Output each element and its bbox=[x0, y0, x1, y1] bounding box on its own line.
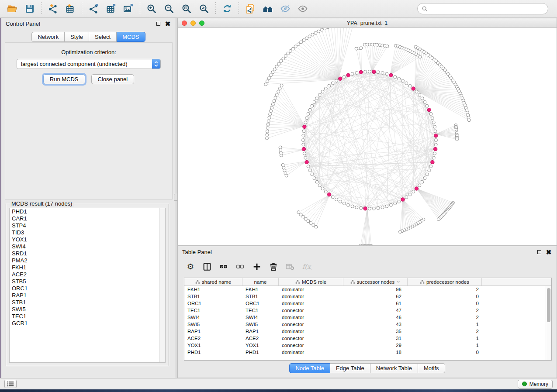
table-row[interactable]: TEC1TEC1connector472 bbox=[184, 307, 551, 314]
run-mcds-button[interactable]: Run MCDS bbox=[43, 74, 85, 84]
zoom-in-button[interactable] bbox=[143, 1, 160, 16]
window-minimize-icon[interactable] bbox=[190, 21, 196, 26]
zoom-selected-icon bbox=[199, 3, 209, 14]
clone-network-button[interactable] bbox=[242, 1, 259, 16]
export-table-button[interactable] bbox=[102, 1, 120, 16]
mcds-node-item[interactable]: GCR1 bbox=[10, 320, 165, 327]
zoom-out-button[interactable] bbox=[160, 1, 178, 16]
mcds-node-item[interactable]: FKH1 bbox=[10, 264, 165, 271]
select-all-checkboxes-button[interactable] bbox=[216, 260, 231, 273]
settings-icon: ⚙ bbox=[186, 262, 195, 272]
mcds-node-item[interactable]: ORC1 bbox=[10, 285, 165, 292]
settings-button[interactable]: ⚙ bbox=[183, 260, 198, 273]
column-header-successor-nodes[interactable]: successor nodes bbox=[343, 278, 408, 285]
tab-select[interactable]: Select bbox=[89, 32, 117, 42]
import-table-button[interactable] bbox=[62, 1, 79, 16]
tab-style[interactable]: Style bbox=[65, 32, 89, 42]
open-file-button[interactable] bbox=[3, 1, 21, 16]
memory-button[interactable]: Memory bbox=[518, 380, 553, 389]
window-maximize-icon[interactable] bbox=[199, 21, 204, 26]
mcds-node-item[interactable]: ACE2 bbox=[10, 271, 165, 278]
delete-table-icon bbox=[285, 262, 295, 272]
mcds-node-item[interactable]: STP4 bbox=[10, 222, 165, 229]
export-network-button[interactable] bbox=[85, 1, 102, 16]
table-float-button[interactable] bbox=[536, 248, 543, 255]
search-icon bbox=[422, 6, 428, 12]
tab-edge-table[interactable]: Edge Table bbox=[330, 363, 370, 373]
network-canvas[interactable] bbox=[178, 28, 557, 245]
column-header-predecessor-nodes[interactable]: predecessor nodes bbox=[408, 278, 482, 285]
first-neighbors-button[interactable] bbox=[259, 1, 277, 16]
network-view-window: YPA_prune.txt_1 bbox=[177, 18, 557, 246]
add-column-button[interactable] bbox=[249, 260, 264, 273]
hide-selected-button[interactable] bbox=[277, 1, 294, 16]
optimization-criterion-select[interactable]: largest connected component (undirected) bbox=[17, 59, 161, 69]
columns-view-button[interactable] bbox=[200, 260, 214, 273]
close-panel-button[interactable]: ✖ bbox=[164, 20, 171, 27]
table-scrollbar[interactable] bbox=[546, 286, 551, 360]
mcds-node-item[interactable]: TID3 bbox=[10, 229, 165, 236]
mcds-node-item[interactable]: CAR1 bbox=[10, 215, 165, 222]
table-row[interactable]: FKH1FKH1dominator962 bbox=[184, 286, 551, 293]
tab-node-table[interactable]: Node Table bbox=[289, 363, 330, 373]
select-stepper-icon bbox=[152, 59, 160, 69]
export-image-button[interactable] bbox=[120, 1, 137, 16]
table-row[interactable]: SWI5SWI5connector431 bbox=[184, 321, 551, 328]
search-input[interactable] bbox=[431, 6, 544, 12]
deselect-all-checkboxes-button[interactable] bbox=[233, 260, 248, 273]
column-header-shared-name[interactable]: shared name bbox=[184, 278, 242, 285]
mcds-node-item[interactable]: TEC1 bbox=[10, 313, 165, 320]
table-panel: Table Panel ✖ ⚙f(x) shared namenameMCDS … bbox=[177, 246, 557, 378]
tab-mcds[interactable]: MCDS bbox=[117, 32, 145, 42]
import-network-icon bbox=[48, 3, 58, 14]
table-row[interactable]: ACE2ACE2connector311 bbox=[184, 335, 551, 342]
mcds-node-item[interactable]: SRD1 bbox=[10, 250, 165, 257]
table-row[interactable]: STB1STB1dominator620 bbox=[184, 293, 551, 300]
task-history-button[interactable] bbox=[4, 380, 17, 388]
tab-motifs[interactable]: Motifs bbox=[418, 363, 445, 373]
svg-text:⚙: ⚙ bbox=[187, 262, 194, 271]
tab-network-table[interactable]: Network Table bbox=[370, 363, 418, 373]
network-column-icon bbox=[420, 279, 425, 284]
import-network-button[interactable] bbox=[44, 1, 62, 16]
network-column-icon bbox=[295, 279, 300, 284]
mcds-node-item[interactable]: STB1 bbox=[10, 299, 165, 306]
toolbar-separator bbox=[140, 2, 140, 15]
zoom-in-icon bbox=[146, 3, 157, 14]
table-row[interactable]: SWI4SWI4dominator462 bbox=[184, 314, 551, 321]
mcds-result-list[interactable]: PHD1CAR1STP4TID3YOX1SWI4SRD1PMA2FKH1ACE2… bbox=[9, 208, 166, 363]
zoom-fit-button[interactable] bbox=[178, 1, 195, 16]
mcds-node-item[interactable]: PHD1 bbox=[10, 208, 165, 215]
mcds-node-item[interactable]: STB5 bbox=[10, 278, 165, 285]
window-close-icon[interactable] bbox=[182, 21, 187, 26]
mcds-node-item[interactable]: SWI5 bbox=[10, 306, 165, 313]
mcds-node-item[interactable]: RAP1 bbox=[10, 292, 165, 299]
mcds-node-item[interactable]: SWI4 bbox=[10, 243, 165, 250]
float-panel-button[interactable] bbox=[155, 20, 162, 27]
close-panel-action-button[interactable]: Close panel bbox=[91, 74, 135, 84]
table-row[interactable]: YOX1YOX1connector291 bbox=[184, 342, 551, 349]
table-panel-title: Table Panel bbox=[182, 249, 533, 255]
save-session-button[interactable] bbox=[21, 1, 38, 16]
table-row[interactable]: ORC1ORC1dominator610 bbox=[184, 300, 551, 307]
mcds-list-scrollbar[interactable] bbox=[159, 208, 165, 362]
apply-layout-button[interactable] bbox=[218, 1, 236, 16]
search-box[interactable] bbox=[417, 3, 548, 14]
mcds-node-item[interactable]: YOX1 bbox=[10, 236, 165, 243]
mcds-node-item[interactable]: PMA2 bbox=[10, 257, 165, 264]
table-row[interactable]: RAP1RAP1dominator352 bbox=[184, 328, 551, 335]
network-window-titlebar[interactable]: YPA_prune.txt_1 bbox=[178, 18, 557, 28]
table-close-button[interactable]: ✖ bbox=[545, 248, 552, 255]
delete-columns-icon bbox=[269, 262, 278, 272]
control-panel-title: Control Panel bbox=[6, 21, 152, 27]
table-scrollbar-thumb[interactable] bbox=[547, 288, 550, 322]
column-header-MCDS-role[interactable]: MCDS role bbox=[279, 278, 343, 285]
delete-columns-button[interactable] bbox=[266, 260, 281, 273]
close-icon: ✖ bbox=[546, 250, 552, 254]
network-graph[interactable] bbox=[178, 28, 557, 245]
column-header-name[interactable]: name bbox=[242, 278, 279, 285]
tab-network[interactable]: Network bbox=[31, 32, 65, 42]
zoom-selected-button[interactable] bbox=[195, 1, 213, 16]
show-all-button[interactable] bbox=[294, 1, 311, 16]
table-row[interactable]: PHD1PHD1dominator180 bbox=[184, 349, 551, 356]
